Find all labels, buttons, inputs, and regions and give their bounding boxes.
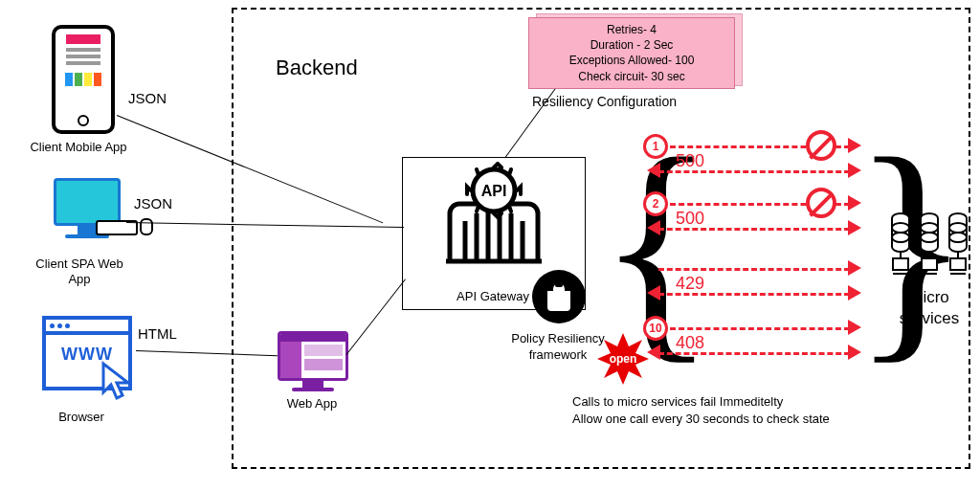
arrow-head-icon <box>848 285 861 301</box>
webapp-label: Web App <box>274 396 350 411</box>
config-box: Retries- 4 Duration - 2 Sec Exceptions A… <box>528 17 735 89</box>
svg-rect-11 <box>922 258 937 270</box>
webapp-icon <box>278 331 348 391</box>
fail-text-1: Calls to micro services fail Immeditelty <box>572 394 783 409</box>
cfg-check: Check circuit- 30 sec <box>543 69 721 84</box>
cfg-exceptions: Exceptions Allowed- 100 <box>543 53 721 68</box>
policy-bag-icon <box>532 270 586 323</box>
fail-text-2: Allow one call every 30 seconds to check… <box>572 412 830 426</box>
cfg-retries: Retries- 4 <box>543 22 721 37</box>
arrow-head-icon <box>848 163 861 178</box>
svg-rect-2 <box>555 283 563 287</box>
circuit-open-starburst: open <box>597 333 649 385</box>
no-entry-icon <box>806 188 836 218</box>
arrow-req-4 <box>670 327 850 330</box>
svg-rect-15 <box>950 258 966 270</box>
api-gateway-icon: API <box>436 162 551 267</box>
browser-icon: WWW <box>42 316 132 390</box>
client-mobile-label: Client Mobile App <box>11 140 145 154</box>
arrow-head-icon <box>647 345 660 360</box>
attempt-badge-2: 2 <box>643 191 668 216</box>
http-429: 429 <box>676 274 704 294</box>
attempt-badge-1: 1 <box>643 134 668 159</box>
microservices-icon <box>890 212 969 276</box>
arrow-head-icon <box>848 138 861 153</box>
json-label-1: JSON <box>128 90 167 106</box>
cfg-duration: Duration - 2 Sec <box>543 37 721 53</box>
arrow-head-icon <box>848 220 861 235</box>
arrow-head-icon <box>848 345 861 360</box>
svg-text:API: API <box>481 183 507 199</box>
microservices-label: Microservices <box>888 287 970 329</box>
http-500-2: 500 <box>676 209 704 229</box>
arrow-head-icon <box>647 285 660 301</box>
phone-icon <box>52 25 115 134</box>
desktop-icon <box>54 178 121 238</box>
svg-rect-7 <box>893 258 908 270</box>
http-500-1: 500 <box>676 151 704 171</box>
html-label: HTML <box>138 325 177 342</box>
arrow-head-icon <box>848 320 861 335</box>
arrow-head-icon <box>647 163 660 178</box>
arrow-head-icon <box>647 220 660 235</box>
client-spa-label: Client SPA WebApp <box>19 256 140 288</box>
http-408: 408 <box>676 333 704 353</box>
browser-label: Browser <box>38 410 124 424</box>
no-entry-icon <box>806 130 836 161</box>
json-label-2: JSON <box>134 195 172 212</box>
arrow-head-icon <box>848 260 861 276</box>
backend-title: Backend <box>276 56 358 80</box>
arrow-head-icon <box>848 195 861 211</box>
arrow-req-3 <box>658 268 850 271</box>
